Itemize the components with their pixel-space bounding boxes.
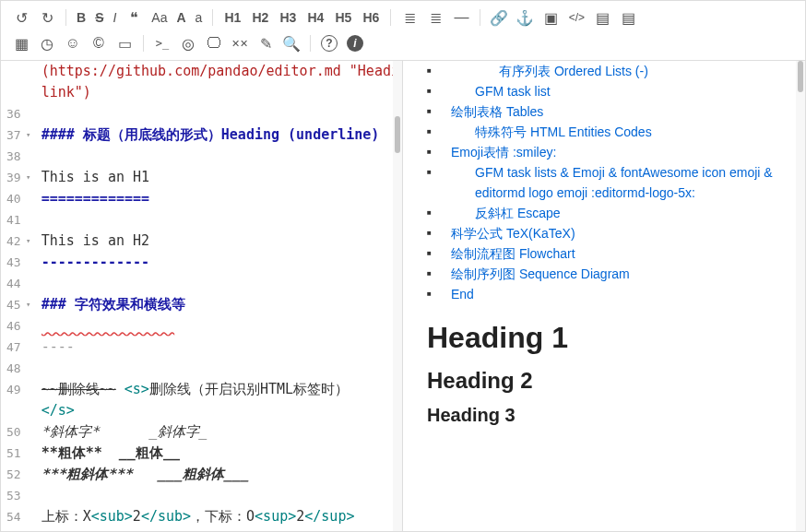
code-line[interactable]: link") — [41, 82, 398, 103]
list-ul-button[interactable]: ≣ — [397, 5, 422, 30]
h2-button[interactable]: H2 — [246, 5, 274, 30]
codeblock-button[interactable]: ▤ — [615, 5, 641, 30]
code-area[interactable]: (https://github.com/pandao/editor.md "He… — [38, 61, 402, 531]
lowercase-button[interactable]: a — [191, 5, 207, 30]
emoji-button[interactable]: ☺ — [60, 30, 86, 56]
code-line[interactable]: ~~删除线~~ <s>删除线（开启识别HTML标签时） — [41, 379, 398, 400]
code-line[interactable] — [41, 315, 398, 337]
h1-button[interactable]: H1 — [219, 5, 246, 30]
info-button[interactable]: i — [347, 35, 363, 52]
html-entities-button[interactable]: ▭ — [112, 30, 137, 56]
toolbar: ↺ ↻ B S I ❝ Aa A a H1 H2 H3 H4 H5 H6 ≣ ≣… — [1, 1, 805, 61]
toc-list: 有序列表 Ordered Lists (-)GFM task list绘制表格 … — [427, 61, 788, 304]
code-line[interactable] — [41, 146, 398, 167]
line-number: 51 — [6, 443, 32, 464]
preview-h1: Heading 1 — [427, 321, 788, 355]
code-line[interactable]: **粗体** __粗体__ — [41, 443, 398, 464]
strikethrough-button[interactable]: S — [90, 5, 108, 30]
fullscreen-button[interactable]: ✕✕ — [227, 30, 253, 56]
code-button[interactable]: </> — [563, 5, 589, 30]
h3-button[interactable]: H3 — [274, 5, 302, 30]
line-number: 39▾ — [6, 167, 32, 188]
code-line[interactable]: This is an H2 — [41, 231, 398, 252]
hr-button[interactable]: — — [448, 5, 474, 30]
toc-item: 科学公式 TeX(KaTeX) — [427, 223, 788, 243]
help-button[interactable]: ? — [321, 35, 338, 52]
scrollbar-thumb[interactable] — [798, 61, 803, 92]
scrollbar-thumb[interactable] — [395, 116, 400, 153]
search-button[interactable]: 🔍 — [279, 30, 304, 56]
source-pane: 3637▾3839▾404142▾434445▾46474849 5051525… — [1, 61, 403, 531]
code-line[interactable] — [41, 273, 398, 294]
bold-button[interactable]: B — [72, 5, 90, 30]
code-line[interactable] — [41, 358, 398, 379]
code-line[interactable]: ### 字符效果和横线等 — [41, 294, 398, 315]
link-button[interactable]: 🔗 — [486, 5, 512, 30]
toc-link[interactable]: 反斜杠 Escape — [475, 206, 561, 220]
code-line[interactable]: ---- — [41, 337, 398, 358]
code-line[interactable]: #### 标题（用底线的形式）Heading (underline) — [41, 124, 398, 146]
toc-link[interactable]: End — [451, 287, 474, 301]
separator — [390, 9, 391, 26]
toc-link[interactable]: 特殊符号 HTML Entities Codes — [475, 124, 652, 139]
preformatted-button[interactable]: ▤ — [589, 5, 615, 30]
undo-button[interactable]: ↺ — [8, 5, 34, 30]
toc-link[interactable]: GFM task lists & Emoji & fontAwesome ico… — [475, 165, 773, 200]
line-number: 46 — [6, 315, 32, 337]
toc-item: 绘制序列图 Sequence Diagram — [427, 264, 788, 284]
code-line[interactable]: *斜体字* _斜体字_ — [41, 421, 398, 443]
toc-link[interactable]: 有序列表 Ordered Lists (-) — [499, 64, 648, 78]
source-scrollbar[interactable] — [393, 61, 402, 531]
list-ol-button[interactable]: ≣ — [422, 5, 448, 30]
quote-button[interactable]: ❝ — [121, 5, 147, 30]
clear-button[interactable]: ✎ — [253, 30, 279, 56]
separator — [480, 9, 480, 26]
code-line[interactable]: This is an H1 — [41, 167, 398, 188]
line-number: 40 — [6, 188, 32, 209]
preview-pane: 有序列表 Ordered Lists (-)GFM task list绘制表格 … — [403, 61, 805, 531]
italic-button[interactable]: I — [108, 5, 121, 30]
line-number: 43 — [6, 252, 32, 273]
separator — [310, 35, 311, 52]
line-number: 42▾ — [6, 231, 32, 252]
watch-button[interactable]: ◎ — [175, 30, 201, 56]
image-button[interactable]: ▣ — [538, 5, 563, 30]
h4-button[interactable]: H4 — [302, 5, 329, 30]
copyright-icon[interactable]: © — [86, 30, 112, 56]
separator — [65, 9, 66, 26]
toc-link[interactable]: 绘制流程图 Flowchart — [451, 246, 575, 261]
anchor-button[interactable]: ⚓ — [512, 5, 538, 30]
code-line[interactable]: </s> — [41, 400, 398, 421]
line-number: 44 — [6, 273, 32, 294]
editor-body: 3637▾3839▾404142▾434445▾46474849 5051525… — [1, 61, 805, 531]
goto-line-button[interactable]: >_ — [149, 30, 175, 56]
preview-button[interactable]: 🖵 — [201, 30, 227, 56]
markdown-editor: ↺ ↻ B S I ❝ Aa A a H1 H2 H3 H4 H5 H6 ≣ ≣… — [0, 0, 806, 532]
code-line[interactable]: (https://github.com/pandao/editor.md "He… — [41, 61, 398, 82]
code-line[interactable] — [41, 485, 398, 506]
toc-item: 特殊符号 HTML Entities Codes — [427, 122, 788, 142]
ucwords-button[interactable]: Aa — [147, 5, 172, 30]
code-line[interactable]: ***粗斜体*** ___粗斜体___ — [41, 464, 398, 485]
table-button[interactable]: ▦ — [8, 30, 34, 56]
preview-scrollbar[interactable] — [796, 61, 805, 531]
toc-link[interactable]: Emoji表情 :smiley: — [451, 145, 556, 160]
toc-link[interactable]: 科学公式 TeX(KaTeX) — [451, 226, 575, 241]
datetime-button[interactable]: ◷ — [34, 30, 60, 56]
code-line[interactable]: ------------- — [41, 252, 398, 273]
toc-link[interactable]: GFM task list — [475, 84, 551, 99]
redo-button[interactable]: ↻ — [34, 5, 60, 30]
h5-button[interactable]: H5 — [329, 5, 357, 30]
code-line[interactable]: ============= — [41, 188, 398, 209]
toc-link[interactable]: 绘制表格 Tables — [451, 104, 543, 119]
h6-button[interactable]: H6 — [357, 5, 385, 30]
separator — [212, 9, 213, 26]
toc-item: 绘制流程图 Flowchart — [427, 243, 788, 264]
code-line[interactable] — [41, 209, 398, 231]
line-number — [6, 82, 32, 103]
uppercase-button[interactable]: A — [172, 5, 190, 30]
toc-link[interactable]: 绘制序列图 Sequence Diagram — [451, 266, 630, 281]
code-line[interactable] — [41, 103, 398, 124]
line-number: 36 — [6, 103, 32, 124]
code-line[interactable]: 上标：X<sub>2</sub>，下标：O<sup>2</sup> — [41, 506, 398, 527]
